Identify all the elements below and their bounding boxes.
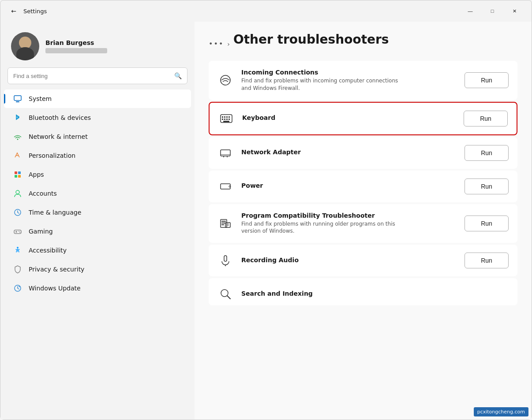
keyboard-run-button[interactable]: Run: [464, 111, 508, 126]
keyboard-title: Keyboard: [242, 114, 456, 121]
personalization-icon: [13, 151, 22, 160]
svg-rect-40: [224, 256, 227, 261]
program-compatibility-icon: [217, 216, 233, 231]
network-adapter-title: Network Adapter: [241, 149, 457, 156]
breadcrumb-dots[interactable]: •••: [209, 40, 224, 48]
search-box[interactable]: 🔍: [7, 67, 187, 84]
troubleshooter-card-recording-audio: Recording Audio Run: [209, 245, 517, 276]
privacy-icon: [13, 264, 22, 274]
sidebar-item-label-gaming: Gaming: [29, 228, 53, 235]
svg-point-14: [17, 247, 19, 249]
network-adapter-icon: [217, 145, 233, 161]
user-name: Brian Burgess: [45, 39, 107, 46]
user-info: Brian Burgess: [45, 39, 107, 53]
svg-point-7: [16, 190, 19, 194]
svg-line-43: [227, 296, 230, 299]
incoming-connections-title: Incoming Connections: [241, 69, 457, 76]
troubleshooter-card-search-indexing: Search and Indexing: [209, 278, 517, 305]
svg-point-12: [19, 231, 19, 232]
sidebar-item-accounts[interactable]: Accounts: [4, 184, 191, 203]
sidebar-nav: System Bluetooth & devices: [0, 89, 195, 297]
recording-audio-title: Recording Audio: [241, 256, 457, 264]
sidebar-item-windows-update[interactable]: Windows Update: [4, 279, 191, 297]
power-run-button[interactable]: Run: [465, 178, 509, 194]
svg-rect-26: [223, 121, 229, 122]
settings-window: ← Settings — □ ✕ Brian Burgess: [0, 0, 532, 420]
sidebar-item-apps[interactable]: Apps: [4, 165, 191, 184]
sidebar-item-label-privacy: Privacy & security: [29, 266, 84, 273]
content-area: ••• › Other troubleshooters Incoming Con…: [195, 22, 532, 420]
sidebar-item-label-time: Time & language: [29, 209, 81, 216]
network-icon: [13, 132, 22, 141]
maximize-button[interactable]: □: [482, 4, 502, 18]
window-controls: — □ ✕: [460, 4, 525, 18]
incoming-connections-info: Incoming Connections Find and fix proble…: [241, 69, 457, 92]
troubleshooter-card-keyboard: Keyboard Run: [209, 102, 517, 135]
sidebar-item-time[interactable]: Time & language: [4, 203, 191, 222]
svg-rect-20: [226, 116, 228, 118]
sidebar-item-personalization[interactable]: Personalization: [4, 146, 191, 165]
sidebar-item-network[interactable]: Network & internet: [4, 127, 191, 146]
minimize-button[interactable]: —: [460, 4, 480, 18]
close-button[interactable]: ✕: [504, 4, 525, 18]
program-compatibility-run-button[interactable]: Run: [465, 216, 509, 231]
sidebar-item-label-windows-update: Windows Update: [29, 285, 81, 292]
sidebar-item-label-apps: Apps: [29, 171, 44, 178]
power-icon: [217, 178, 233, 194]
accounts-icon: [13, 189, 22, 198]
time-icon: [13, 208, 22, 217]
svg-rect-23: [224, 119, 225, 120]
sidebar-item-privacy[interactable]: Privacy & security: [4, 260, 191, 279]
search-input[interactable]: [13, 73, 171, 79]
svg-rect-34: [221, 221, 226, 222]
incoming-connections-run-button[interactable]: Run: [465, 72, 509, 88]
search-icon: 🔍: [174, 72, 182, 79]
sidebar-item-label-bluetooth: Bluetooth & devices: [29, 114, 91, 121]
titlebar: ← Settings — □ ✕: [0, 0, 532, 22]
sidebar-item-gaming[interactable]: Gaming: [4, 222, 191, 241]
recording-audio-run-button[interactable]: Run: [465, 253, 509, 268]
svg-rect-9: [14, 230, 21, 234]
incoming-connections-desc: Find and fix problems with incoming comp…: [241, 77, 409, 92]
sidebar-item-bluetooth[interactable]: Bluetooth & devices: [4, 108, 191, 127]
troubleshooter-card-incoming-connections: Incoming Connections Find and fix proble…: [209, 61, 517, 100]
search-indexing-info: Search and Indexing: [241, 290, 509, 298]
svg-rect-21: [229, 116, 230, 118]
keyboard-icon: [218, 111, 234, 126]
svg-rect-4: [18, 171, 21, 174]
apps-icon: [13, 170, 22, 179]
svg-rect-36: [221, 224, 224, 225]
recording-audio-icon: [217, 253, 233, 268]
sidebar-item-system[interactable]: System: [4, 89, 191, 108]
bluetooth-icon: [13, 113, 22, 123]
svg-rect-0: [14, 96, 21, 100]
svg-rect-1: [16, 101, 19, 102]
user-email-bar: [45, 48, 107, 53]
svg-rect-22: [222, 119, 223, 120]
windows-update-icon: [13, 283, 22, 293]
svg-rect-3: [15, 171, 17, 174]
user-profile: Brian Burgess: [0, 29, 195, 67]
sidebar-item-label-network: Network & internet: [29, 133, 88, 140]
main-layout: Brian Burgess 🔍: [0, 22, 532, 420]
troubleshooter-card-network-adapter: Network Adapter Run: [209, 137, 517, 169]
incoming-connections-icon: [217, 72, 233, 88]
back-button[interactable]: ←: [7, 5, 20, 17]
power-title: Power: [241, 182, 457, 189]
sidebar: Brian Burgess 🔍: [0, 22, 195, 420]
sidebar-item-label-accessibility: Accessibility: [29, 247, 67, 254]
search-indexing-icon: [217, 286, 233, 302]
network-adapter-run-button[interactable]: Run: [465, 145, 509, 161]
search-indexing-title: Search and Indexing: [241, 290, 509, 297]
sidebar-item-accessibility[interactable]: Accessibility: [4, 241, 191, 260]
avatar: [11, 32, 39, 60]
svg-point-13: [19, 232, 20, 233]
gaming-icon: [13, 227, 22, 236]
system-icon: [13, 94, 22, 104]
sidebar-item-label-personalization: Personalization: [29, 152, 75, 159]
breadcrumb-chevron: ›: [227, 41, 230, 48]
breadcrumb: ••• › Other troubleshooters: [209, 32, 517, 56]
troubleshooter-card-program-compatibility: Program Compatibility Troubleshooter Fin…: [209, 204, 517, 243]
power-info: Power: [241, 182, 457, 190]
titlebar-title: Settings: [23, 8, 47, 15]
